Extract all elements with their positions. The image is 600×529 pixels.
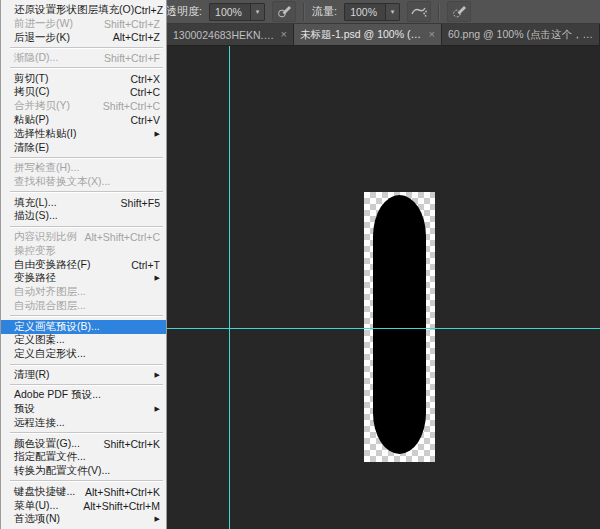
document-tab[interactable]: 未标题-1.psd @ 100% (矩形 1, RGB/... × [294,24,442,45]
tablet-pressure-size-icon[interactable] [447,1,471,22]
menu-item[interactable]: 内容识别比例 Alt+Shift+Ctrl+C [1,230,166,244]
menu-item-shortcut: Shift+Ctrl+Z [104,18,160,30]
flow-value: 100% [345,6,385,18]
menu-item[interactable]: 操控变形 [1,244,166,258]
menu-item-label: 查找和替换文本(X)... [14,175,110,189]
toolbar-divider [438,3,440,21]
menu-item[interactable]: 拷贝(C) Ctrl+C [1,86,166,100]
menu-item-label: 合并拷贝(Y) [14,99,70,113]
menu-item[interactable]: 渐隐(D)... Shift+Ctrl+F [1,51,166,65]
submenu-arrow-icon: ▶ [155,130,160,138]
menu-item-label: 变换路径 [14,271,56,285]
menu-item-shortcut: Ctrl+T [131,259,160,271]
flow-input[interactable]: 100% ▾ [344,3,400,21]
menu-item-label: 定义图案... [14,333,65,347]
menu-item[interactable]: 粘贴(P) Ctrl+V [1,113,166,127]
menu-item[interactable]: 首选项(N) ▶ [1,512,166,526]
edit-menu-dropdown: 还原设置形状图层填充(O) Ctrl+Z 前进一步(W) Shift+Ctrl+… [0,0,167,529]
menu-item-label: 自动对齐图层... [14,285,86,299]
menu-item[interactable]: 定义图案... [1,334,166,348]
menu-item[interactable]: 自由变换路径(F) Ctrl+T [1,258,166,272]
submenu-arrow-icon: ▶ [155,405,160,413]
close-icon[interactable]: × [429,29,435,40]
menu-item-label: 定义画笔预设(B)... [14,320,100,334]
menu-item-label: 首选项(N) [14,512,60,526]
tablet-pressure-opacity-icon[interactable] [272,1,296,22]
menu-item[interactable]: 后退一步(K) Alt+Ctrl+Z [1,31,166,45]
menu-item-label: 清理(R) [14,368,50,382]
submenu-arrow-icon: ▶ [155,274,160,282]
menu-item-shortcut: Ctrl+C [130,86,160,98]
guide-vertical[interactable] [229,46,230,529]
menu-item[interactable]: 自动混合图层... [1,299,166,313]
menu-item-label: 剪切(T) [14,72,48,86]
menu-item-label: 拷贝(C) [14,85,50,99]
menu-item-label: 指定配置文件... [14,450,86,464]
close-icon[interactable]: × [281,29,287,40]
menu-item[interactable]: 填充(L)... Shift+F5 [1,196,166,210]
menu-item[interactable]: 变换路径 ▶ [1,272,166,286]
document-tabs: 1300024683HEKN.psd @ 3... × 未标题-1.psd @ … [167,24,600,45]
chevron-down-icon[interactable]: ▾ [385,4,399,20]
menu-item[interactable]: 指定配置文件... [1,450,166,464]
document-canvas[interactable] [364,192,435,462]
menu-item-label: 操控变形 [14,244,56,258]
menu-item-label: 填充(L)... [14,196,57,210]
menu-item-label: 转换为配置文件(V)... [14,464,110,478]
menu-item-label: 清除(E) [14,141,49,155]
menu-item-shortcut: Shift+Ctrl+K [103,438,160,450]
menu-item-shortcut: Alt+Shift+Ctrl+C [84,231,160,243]
menu-item[interactable]: 前进一步(W) Shift+Ctrl+Z [1,17,166,31]
airbrush-icon[interactable] [407,1,431,22]
menu-item-shortcut: Alt+Ctrl+Z [113,31,160,43]
menu-item[interactable]: 自动对齐图层... [1,285,166,299]
menu-item-label: 自动混合图层... [14,299,86,313]
chevron-down-icon[interactable]: ▾ [250,4,264,20]
menu-item[interactable]: 描边(S)... [1,210,166,224]
menu-item-label: 远程连接... [14,416,65,430]
menu-item[interactable]: 剪切(T) Ctrl+X [1,72,166,86]
menu-item-label: 还原设置形状图层填充(O) [14,3,134,17]
menu-item[interactable]: 转换为配置文件(V)... [1,464,166,478]
flow-label: 流量: [312,4,337,19]
document-tab[interactable]: 60.png @ 100% (点击这个，将 选区转 [442,24,600,45]
menu-item-shortcut: Alt+Shift+Ctrl+K [85,486,160,498]
menu-item-shortcut: Ctrl+X [131,73,160,85]
menu-item[interactable]: 预设 ▶ [1,402,166,416]
menu-item-shortcut: Ctrl+Z [134,4,163,16]
opacity-value: 100% [210,6,250,18]
menu-item[interactable]: 定义画笔预设(B)... [1,320,166,334]
menu-item[interactable]: 清除(E) [1,141,166,155]
menu-item[interactable]: 定义自定形状... [1,347,166,361]
menu-item[interactable]: 键盘快捷键... Alt+Shift+Ctrl+K [1,485,166,499]
menu-item-shortcut: Alt+Shift+Ctrl+M [83,500,160,512]
menu-item[interactable]: 拼写检查(H)... [1,161,166,175]
menu-item-label: 菜单(U)... [14,499,58,513]
document-tab-label: 60.png @ 100% (点击这个，将 选区转 [448,28,593,42]
menu-item-shortcut: Shift+F5 [121,197,160,209]
brush-options-row: 不透明度: 100% ▾ 流量: 100% ▾ [155,0,471,23]
menu-item-label: 内容识别比例 [14,230,77,244]
menu-item[interactable]: 清理(R) ▶ [1,368,166,382]
opacity-input[interactable]: 100% ▾ [209,3,265,21]
submenu-arrow-icon: ▶ [155,515,160,523]
menu-item[interactable]: 合并拷贝(Y) Shift+Ctrl+C [1,99,166,113]
menu-item-label: 定义自定形状... [14,347,86,361]
menu-item[interactable]: 远程连接... [1,416,166,430]
document-tab-label: 1300024683HEKN.psd @ 3... [173,29,275,41]
photoshop-window: 不透明度: 100% ▾ 流量: 100% ▾ [0,0,600,529]
menu-item[interactable]: Adobe PDF 预设... [1,389,166,403]
menu-item-label: 键盘快捷键... [14,485,75,499]
document-tab[interactable]: 1300024683HEKN.psd @ 3... × [167,24,294,45]
menu-item[interactable]: 颜色设置(G)... Shift+Ctrl+K [1,437,166,451]
menu-item[interactable]: 还原设置形状图层填充(O) Ctrl+Z [1,3,166,17]
menu-item[interactable]: 查找和替换文本(X)... [1,175,166,189]
menu-item-label: 自由变换路径(F) [14,258,90,272]
menu-item[interactable]: 菜单(U)... Alt+Shift+Ctrl+M [1,499,166,513]
menu-item-shortcut: Shift+Ctrl+F [104,52,160,64]
menu-item-label: 粘贴(P) [14,113,49,127]
edit-menu-items: 还原设置形状图层填充(O) Ctrl+Z 前进一步(W) Shift+Ctrl+… [1,3,166,526]
menu-item-label: 拼写检查(H)... [14,161,79,175]
document-tab-label: 未标题-1.psd @ 100% (矩形 1, RGB/... [300,28,423,42]
menu-item[interactable]: 选择性粘贴(I) ▶ [1,127,166,141]
